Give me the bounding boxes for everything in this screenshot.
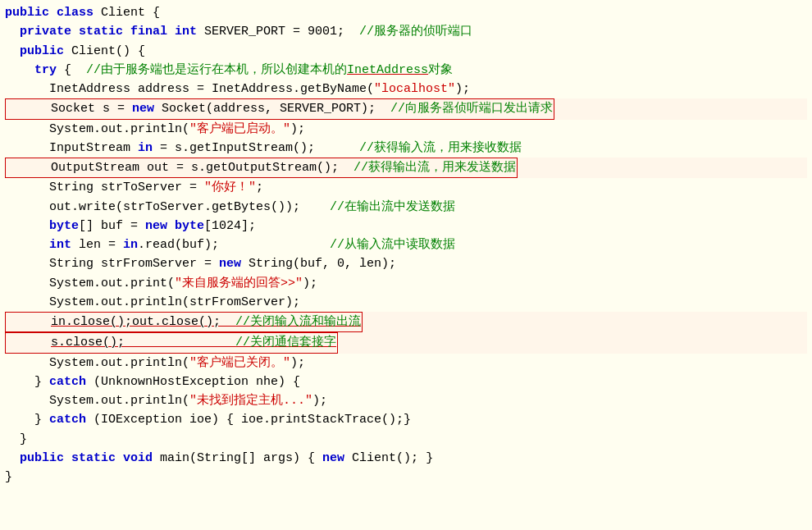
code-line-21: System.out.println("未找到指定主机..."); (5, 391, 807, 410)
code-line-7: System.out.println("客户端已启动。"); (5, 120, 807, 139)
code-line-9: OutputStream out = s.getOutputStream(); … (5, 158, 807, 178)
code-line-10: String strToServer = "你好！"; (5, 178, 807, 197)
code-line-12: byte[] buf = new byte[1024]; (5, 217, 807, 235)
code-line-20: } catch (UnknownHostException nhe) { (5, 372, 807, 391)
code-line-22: } catch (IOException ioe) { ioe.printSta… (5, 410, 807, 429)
code-line-6: Socket s = new Socket(address, SERVER_PO… (5, 98, 807, 119)
code-line-25: } (5, 468, 807, 487)
code-line-8: InputStream in = s.getInputStream(); //获… (5, 139, 807, 158)
code-line-24: public static void main(String[] args) {… (5, 449, 807, 468)
code-line-3: public Client() { (5, 42, 807, 61)
code-line-5: InetAddress address = InetAddress.getByN… (5, 80, 807, 98)
code-line-18: s.close(); //关闭通信套接字 (5, 332, 807, 353)
code-line-19: System.out.println("客户端已关闭。"); (5, 354, 807, 372)
code-display: public class Client { private static fin… (0, 0, 812, 530)
code-line-11: out.write(strToServer.getBytes()); //在输出… (5, 198, 807, 217)
code-line-4: try { //由于服务端也是运行在本机，所以创建本机的InetAddress对… (5, 61, 807, 80)
code-line-2: private static final int SERVER_PORT = 9… (5, 22, 807, 41)
code-line-13: int len = in.read(buf); //从输入流中读取数据 (5, 235, 807, 254)
code-line-14: String strFromServer = new String(buf, 0… (5, 254, 807, 273)
code-line-16: System.out.println(strFromServer); (5, 293, 807, 312)
code-line-1: public class Client { (5, 3, 807, 22)
code-line-17: in.close();out.close(); //关闭输入流和输出流 (5, 312, 807, 332)
code-line-15: System.out.print("来自服务端的回答>>"); (5, 274, 807, 293)
code-line-23: } (5, 430, 807, 449)
